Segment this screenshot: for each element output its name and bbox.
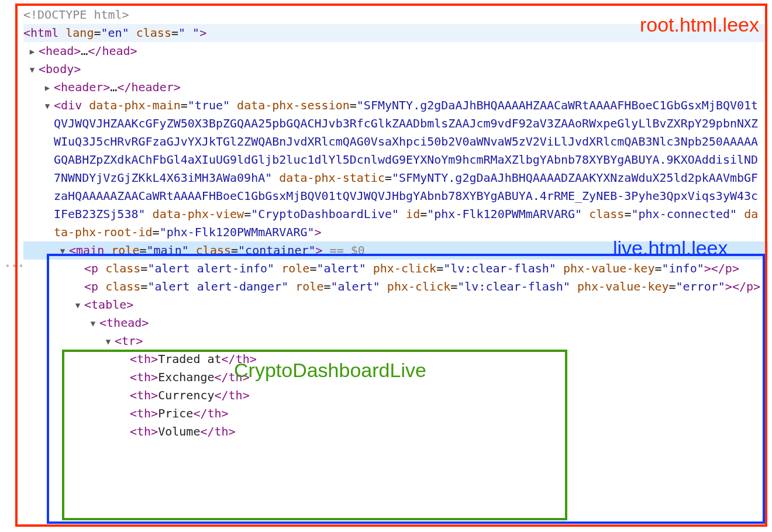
header-line[interactable]: ▶<header>…</header> (23, 78, 768, 96)
collapse-icon[interactable]: ▼ (89, 317, 97, 330)
head-line[interactable]: ▶<head>…</head> (23, 42, 768, 60)
gutter-dots-icon: ••• (5, 260, 25, 274)
overlay-root-label: root.html.leex (640, 9, 759, 40)
collapse-icon[interactable]: ▼ (104, 336, 112, 348)
tr-open-line[interactable]: ▼<tr> (23, 332, 768, 350)
overlay-crypto-label: CryptoDashboardLive (234, 355, 426, 386)
collapse-icon[interactable]: ▼ (74, 299, 82, 312)
thead-open-line[interactable]: ▼<thead> (23, 314, 768, 332)
table-open-line[interactable]: ▼<table> (23, 296, 768, 314)
th-line[interactable]: <th>Volume</th> (23, 423, 768, 441)
collapse-icon[interactable]: ▼ (58, 245, 67, 258)
collapse-icon[interactable]: ▼ (43, 100, 51, 113)
th-line[interactable]: <th>Price</th> (23, 405, 768, 423)
collapse-icon[interactable]: ▼ (28, 64, 36, 77)
th-line[interactable]: <th>Currency</th> (23, 386, 768, 405)
expand-icon[interactable]: ▶ (28, 46, 36, 58)
alert-error-line[interactable]: <p class="alert alert-danger" role="aler… (23, 278, 768, 296)
body-open-line[interactable]: ▼<body> (23, 60, 768, 78)
phx-div-line[interactable]: ▼<div data-phx-main="true" data-phx-sess… (23, 96, 768, 241)
expand-icon[interactable]: ▶ (43, 82, 51, 95)
overlay-live-label: live.html.leex (613, 233, 728, 264)
